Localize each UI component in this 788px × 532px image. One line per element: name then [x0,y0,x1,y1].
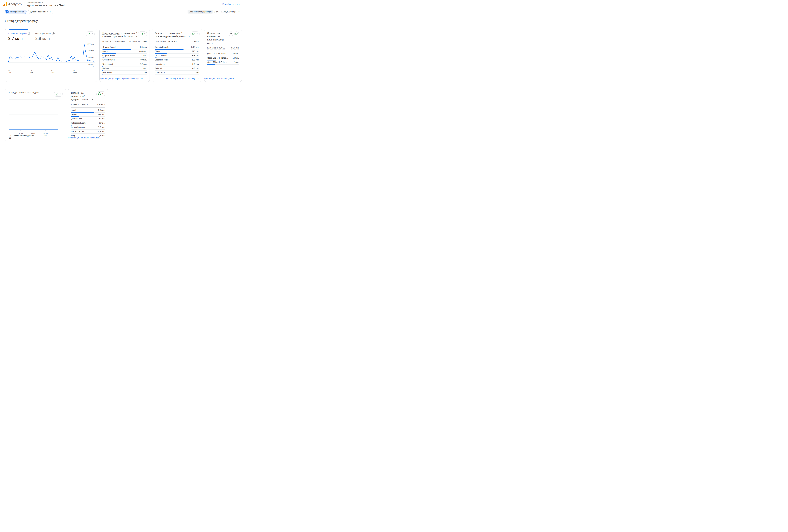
dimension-selector[interactable]: Кампанія Google A...▼ [207,38,228,45]
row-label: Cross-network [155,54,168,57]
check-circle-button[interactable] [234,32,239,36]
metric-column-header[interactable]: СЕАНСИ [192,40,199,43]
table-row[interactable]: google2,3 млн [71,109,105,112]
metric-name[interactable]: Сеанси [207,32,215,34]
row-value: 1,8 млн [140,46,147,48]
table-row[interactable]: Cross-network99 тис. [102,59,147,62]
table-row[interactable]: Organic Social121 тис. [102,54,147,58]
row-bar-fill [71,112,94,113]
all-users-chip[interactable]: У Усі користувачі [5,9,26,14]
page-header-title: agro-business.com.ua - GA4 [27,4,222,7]
table-body: Organic Search1,8 млнDirect844 тис.Organ… [102,46,147,75]
caret-down-icon: ▼ [215,33,216,34]
view-traffic-sources-link[interactable]: Переглянути джерела трафіку → [166,77,199,80]
filter-button[interactable] [229,32,233,36]
dimension-column-header[interactable]: КАМПАНІЯ GOOGL… [207,47,225,49]
row-bar-fill [155,75,155,75]
metric-name[interactable]: Сеанси [155,32,162,34]
row-bar-fill [71,116,79,117]
metric-name[interactable]: Сеанси [71,91,79,94]
row-value: 4,3 тис. [98,130,105,133]
caret-down-icon: ▼ [60,94,61,95]
table-row[interactable]: Organic Social128 тис. [155,59,199,62]
table-row[interactable]: lm.facebook.com9,3 тис. [71,126,105,130]
dimension-column-header[interactable]: ДЖЕРЕЛО СЕАНСУ… [71,103,90,105]
table-row[interactable]: Paid Social531 [155,71,199,75]
table-row[interactable]: Unassigned2,2 тис. [102,63,147,66]
row-label: Paid Social [155,71,165,74]
analytics-logo[interactable]: Analytics [2,2,24,6]
dimension-selector[interactable]: Джерело сеансу, ...▼ [71,98,96,101]
metric-column-header[interactable]: СЕАНСИ [97,103,105,106]
row-value: 2,3 млн [98,109,105,111]
row-label: m.facebook.com [71,122,85,124]
table-row[interactable]: ukr.net892 тис. [71,113,105,117]
row-label: Organic Search [102,46,116,48]
view-campaigns-link[interactable]: Переглянути кампанії, налаштов... → [68,136,105,139]
active-users-label: Активні користувачі [8,33,27,35]
table-row[interactable]: Unassigned5,3 тис. [155,63,199,66]
table-row[interactable]: Referral4,6 тис. [155,67,199,71]
table-row[interactable]: Direct915 тис. [155,50,199,54]
table-row[interactable]: l.facebook.com4,3 тис. [71,130,105,134]
caret-down-icon: ▼ [92,99,93,101]
metric-column-header[interactable]: СЕАНСИ [231,47,239,49]
row-bar-fill [102,49,131,49]
dimension-selector[interactable]: Основна група каналів, пов’яз...▼ [102,35,138,38]
check-circle-icon [140,33,143,36]
chart-footnote: За останні 120 днів до груд. 31 [9,134,35,139]
table-row[interactable]: Organic Search2,12 млн [155,46,199,49]
new-users-by-channel-card: ▼ Нові користувачі за параметром " Основ… [99,29,150,82]
row-label: Unassigned [155,63,165,65]
average-value-card: ▼ Середня цінність за 120 днів День28Ден… [5,89,66,141]
table-row[interactable]: ytbds_2024.КК_Істор…14 тис. [207,57,239,60]
metric-column-header[interactable]: НОВІ КОРИСТУВАЧІ [130,40,147,43]
view-google-ads-campaigns-link[interactable]: Переглянути кампанії Google Ads → [203,77,239,80]
help-icon[interactable]: ? [28,33,30,35]
dimension-selector[interactable]: Основна група каналів, пов’яз...▼ [155,35,190,38]
row-value: 5,3 тис. [193,63,199,65]
help-icon[interactable]: ? [52,33,55,35]
dimension-column-header[interactable]: ОСНОВНА ГРУПА КАНАЛІ… [155,40,179,42]
google-analytics-icon [3,2,7,6]
table-row[interactable]: Cross-network348 тис. [155,54,199,58]
row-label: Organic Social [155,59,168,61]
row-value: 395 [143,71,147,74]
metric-name[interactable]: Нові користувачі [102,32,119,35]
row-bar-fill [71,125,72,125]
row-label: google [71,109,77,111]
table-row[interactable]: Direct844 тис. [102,50,147,54]
chart-status-control[interactable]: ▼ [138,32,147,36]
svg-text:40 тис.: 40 тис. [88,63,94,65]
table-row[interactable]: ytbds_2024.КК_Істор…20 тис. [207,53,239,56]
chart-status-control[interactable]: ▼ [191,32,199,36]
chart-status-control[interactable]: ▼ [54,91,63,97]
add-comparison-chip[interactable]: Додати порівняння + [28,9,53,14]
table-row[interactable]: Paid Social395 [102,71,147,75]
row-label: Organic Search [155,46,169,48]
row-value: 20 тис. [233,53,239,55]
table-row[interactable]: Organic Search1,8 млн [102,46,147,49]
row-bar-track [102,49,147,49]
go-to-report-link[interactable]: Перейти до звіту [222,3,240,5]
table-row[interactable]: ytbds_2024.КК.2_Іст…12 тис. [207,61,239,65]
chart-status-control[interactable]: ▼ [86,32,95,36]
dimension-column-header[interactable]: ОСНОВНА ГРУПА КАНАЛІ… [102,40,126,42]
date-range-picker[interactable]: Останній календарний рік 1 січ. – 31 гру… [188,10,240,14]
caret-down-icon: ▼ [212,42,213,44]
new-users-metric[interactable]: Нові користувачі ? 2,8 млн [35,33,62,41]
view-user-acquisition-link[interactable]: Переглянути дані про залучення користува… [99,77,147,80]
chart-status-control[interactable]: ▼ [96,91,105,96]
svg-text:01: 01 [30,69,32,71]
table-row[interactable]: m.facebook.com60 тис. [71,122,105,125]
caret-down-icon: ▼ [144,33,145,35]
row-label: Paid Social [102,71,112,74]
table-row[interactable]: youtube.com130 тис. [71,118,105,121]
row-bar-fill [102,53,116,54]
active-users-metric[interactable]: Активні користувачі ? 3,7 млн [8,33,35,41]
svg-text:01: 01 [73,69,75,71]
row-bar-fill [155,58,157,58]
svg-text:лип.: лип. [52,72,55,74]
selected-tab-indicator [9,29,28,30]
table-row[interactable]: Referral2 тис. [102,67,147,71]
